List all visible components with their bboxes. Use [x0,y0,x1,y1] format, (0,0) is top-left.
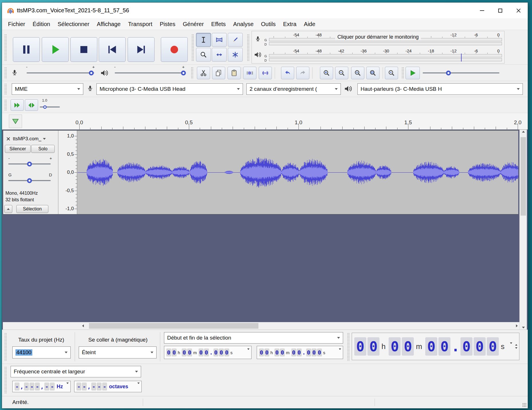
track-close-button[interactable] [5,136,12,142]
menu-item-2[interactable]: Sélectionner [54,18,93,30]
recording-meter[interactable]: G D -54-48-12-60 Cliquer pour démarrer l… [252,32,504,47]
solo-button[interactable]: Solo [31,145,55,153]
zoom-fit-project-button[interactable] [366,67,379,79]
multi-tool-button[interactable] [228,48,243,62]
timeshift-tool-button[interactable] [212,48,227,62]
transcription-speed-slider[interactable] [39,104,60,110]
empty-digit[interactable]: - [82,383,87,391]
recording-volume-slider[interactable]: - + [26,69,95,77]
menu-item-7[interactable]: Effets [207,18,230,30]
scroll-left-button[interactable] [82,322,84,330]
window-minimize-button[interactable] [473,3,491,18]
transport-toolbar-grip[interactable] [4,34,7,61]
time-digit[interactable]: 0 [213,348,218,356]
edit-toolbar-grip[interactable] [191,67,193,79]
slider-thumb[interactable] [89,71,94,76]
time-digit[interactable]: 0 [306,348,311,356]
time-digit[interactable]: 0 [187,348,192,356]
play-button[interactable] [42,37,69,62]
track-collapse-button[interactable] [4,205,12,213]
window-maximize-button[interactable] [491,3,509,18]
playback-meter[interactable]: G D -54-48-42-36-30-24-18-12-60 [252,48,504,63]
selection-end-field[interactable]: 00h00m00.000s [257,346,343,359]
slider-thumb[interactable] [27,162,32,167]
empty-digit[interactable]: - [15,383,19,391]
menu-item-5[interactable]: Pistes [156,18,179,30]
scrub-button[interactable] [25,99,38,111]
horizontal-scroll-thumb[interactable] [89,323,258,329]
play-at-speed-button[interactable] [406,67,420,79]
time-digit[interactable]: 0 [291,348,296,356]
field-dropdown-icon[interactable] [339,350,341,355]
menu-item-8[interactable]: Analyse [230,18,257,30]
time-digit[interactable]: 0 [280,348,285,356]
menu-item-6[interactable]: Générer [179,18,207,30]
time-digit[interactable]: 0 [297,348,302,356]
time-digit[interactable]: 0 [312,348,317,356]
cut-button[interactable] [197,67,210,79]
empty-digit[interactable]: - [76,383,81,391]
time-digit[interactable]: 0 [199,348,203,356]
zoom-in-button[interactable] [320,67,333,79]
empty-digit[interactable]: - [29,383,34,391]
recording-device-combo[interactable]: Microphone (3- C-Media USB Head [96,83,243,95]
envelope-tool-button[interactable] [212,33,227,47]
mixer-toolbar-grip[interactable] [4,67,7,79]
empty-digit[interactable]: - [97,383,102,391]
skip-to-end-button[interactable] [128,37,155,62]
resize-grip[interactable] [522,403,527,407]
menu-item-1[interactable]: Édition [29,18,54,30]
play-speed-slider[interactable] [422,69,500,77]
scroll-right-button[interactable] [516,322,518,330]
time-spinner[interactable] [515,344,517,349]
window-close-button[interactable] [509,3,528,18]
menu-item-4[interactable]: Transport [124,18,156,30]
track-name-menu[interactable]: ttsMP3.com_ [13,136,46,142]
menu-item-9[interactable]: Outils [257,18,279,30]
selection-tool-button[interactable] [196,33,211,47]
waveform-canvas[interactable] [78,131,518,214]
track-pan-slider[interactable] [8,177,51,184]
meter-toolbar-grip[interactable] [247,34,250,61]
empty-digit[interactable]: - [91,383,96,391]
time-digit[interactable]: 0 [474,337,486,356]
empty-digit[interactable]: - [50,383,55,391]
field-dropdown-icon[interactable] [137,384,140,389]
silence-audio-button[interactable] [259,67,272,79]
stop-button[interactable] [70,37,97,62]
copy-button[interactable] [212,67,225,79]
track-gain-slider[interactable] [8,160,51,168]
skip-to-start-button[interactable] [99,37,126,62]
scroll-up-button[interactable] [520,131,527,133]
time-digit[interactable]: 0 [259,348,264,356]
time-digit[interactable]: 0 [389,337,401,356]
draw-tool-button[interactable] [228,33,243,47]
time-digit[interactable]: 0 [204,348,209,356]
time-digit[interactable]: 0 [166,348,171,356]
zoom-out-button[interactable] [335,67,348,79]
slider-thumb[interactable] [27,178,32,183]
time-digit[interactable]: 0 [219,348,224,356]
audio-host-combo[interactable]: MME [12,83,83,95]
audio-position-display[interactable]: 00h00m00.000s [352,333,519,360]
undo-button[interactable] [281,67,294,79]
project-rate-combo[interactable]: 44100 [12,346,71,358]
device-toolbar-grip[interactable] [4,83,7,95]
trim-outside-button[interactable] [243,67,256,79]
time-digit[interactable]: 0 [402,337,414,356]
selection-mode-combo[interactable]: Début et fin de la sélection [164,332,343,344]
pause-button[interactable] [13,37,40,62]
menu-item-10[interactable]: Extra [279,18,300,30]
recording-channels-combo[interactable]: 2 canaux d’enregistrement ( [246,83,341,95]
play-at-speed-toolbar-grip[interactable] [402,67,404,79]
spectral-bandwidth-field[interactable]: --,---octaves [74,381,142,392]
record-button[interactable] [161,37,188,62]
selection-start-field[interactable]: 00h00m00.000s [164,346,252,359]
field-dropdown-icon[interactable] [510,344,512,349]
transcription-toolbar-grip[interactable] [4,99,7,111]
title-bar[interactable]: ttsMP3.com_VoiceText_2021-5-8_11_57_56 [2,3,528,18]
slider-thumb[interactable] [181,71,186,76]
mute-button[interactable]: Silencer [5,145,31,153]
timeline-ruler[interactable]: 0,00,51,01,52,0 [76,113,518,129]
timeline-pin-button[interactable] [9,115,22,128]
